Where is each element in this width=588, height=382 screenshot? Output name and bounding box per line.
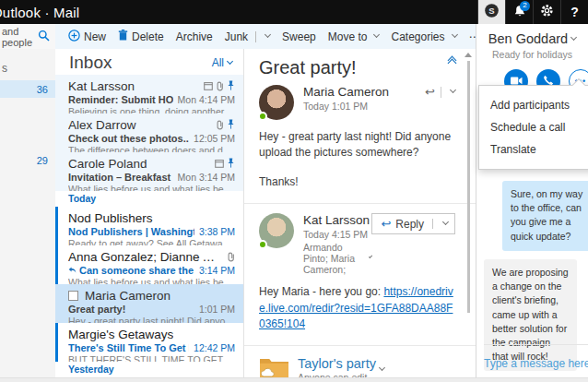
email-row[interactable]: Carole Poland Invitation – Breakfast Ser… bbox=[55, 152, 243, 191]
folder-title: Inbox bbox=[69, 53, 112, 73]
email-time: 3:38 PM bbox=[199, 226, 235, 237]
email-sender: Nod Publishers bbox=[68, 211, 153, 225]
notification-badge: 2 bbox=[520, 1, 530, 11]
message-header: Maria Cameron Today 1:01 PM ↩ bbox=[259, 85, 455, 120]
email-row[interactable]: Maria Cameron Great party!1:01 PM Hey - … bbox=[55, 284, 243, 323]
message-header: Kat Larsson Today 4:15 PM Armando Pinto;… bbox=[259, 213, 455, 275]
date-separator: Yesterday bbox=[55, 362, 243, 377]
expand-recipients-icon[interactable] bbox=[369, 255, 372, 258]
divider bbox=[255, 31, 256, 42]
skype-chat-panel: Ben Goddard Ready for holidays ••• Add p… bbox=[476, 24, 588, 377]
email-list: Kat Larsson Reminder: Submit HOA DuesMon… bbox=[55, 75, 243, 377]
app-top-bar: Outlook · Mail S 2 ? bbox=[0, 0, 588, 24]
new-button[interactable]: New bbox=[68, 30, 106, 44]
search-icon bbox=[38, 30, 50, 43]
outlook-mail-window: Outlook · Mail S 2 ? New Delete Archive … bbox=[0, 0, 588, 382]
reply-options-button[interactable] bbox=[432, 219, 454, 229]
email-subject: Check out these photos... bbox=[68, 133, 189, 144]
message-sender: Kat Larsson bbox=[303, 213, 371, 227]
divider bbox=[441, 87, 441, 98]
paperclip-icon bbox=[216, 120, 224, 130]
reply-arrow-icon bbox=[68, 267, 76, 274]
shared-folder-card[interactable]: Taylor's party Anyone can edit bbox=[259, 355, 455, 377]
reply-icon: ↩ bbox=[381, 217, 391, 231]
email-preview: Ready to get away? See All Getaway D... bbox=[68, 238, 235, 245]
email-sender: Kat Larsson bbox=[68, 79, 135, 93]
chat-contact-name[interactable]: Ben Goddard bbox=[488, 31, 576, 46]
email-row[interactable]: Margie's Getaways There's Still Time To … bbox=[55, 323, 243, 362]
email-row[interactable]: Nod Publishers Nod Publishers | Washingt… bbox=[55, 207, 243, 245]
menu-item-schedule-call[interactable]: Schedule a call bbox=[479, 116, 588, 138]
window-bottom-scrollbar[interactable] bbox=[0, 377, 588, 382]
email-row[interactable]: Kat Larsson Reminder: Submit HOA DuesMon… bbox=[55, 75, 243, 113]
message-recipients: Armando Pinto; Maria Cameron; bbox=[303, 242, 362, 275]
message-time: Today 4:15 PM bbox=[303, 229, 371, 240]
chat-bubble-sent: Sure, on my way to the office, can you g… bbox=[502, 181, 588, 251]
archive-button[interactable]: Archive bbox=[176, 30, 213, 43]
scroll-up-arrow[interactable] bbox=[465, 53, 472, 57]
app-brand: Outlook · Mail bbox=[0, 5, 79, 20]
folder-item-other[interactable]: 29 bbox=[0, 151, 55, 169]
pin-icon bbox=[227, 80, 235, 91]
sweep-button[interactable]: Sweep bbox=[282, 30, 316, 43]
chevron-down-icon bbox=[373, 31, 380, 38]
chevron-down-icon bbox=[442, 219, 449, 225]
onedrive-folder-icon bbox=[259, 355, 289, 377]
reading-pane: Great party! Maria Cameron Today 1:01 PM… bbox=[244, 49, 476, 377]
search-text: and people bbox=[2, 26, 38, 48]
chat-message-input[interactable]: Type a message here bbox=[484, 357, 588, 370]
new-icon bbox=[68, 30, 80, 44]
delete-icon bbox=[118, 30, 128, 43]
delete-button[interactable]: Delete bbox=[118, 30, 164, 43]
top-bar-icons: S 2 ? bbox=[477, 0, 588, 24]
email-time: Mon 4:14 PM bbox=[178, 94, 235, 105]
chat-text: Sure, on my way to the office, can you g… bbox=[511, 187, 585, 244]
pin-icon bbox=[227, 158, 235, 169]
body-paragraph: Hey Maria - here you go: https://onedriv… bbox=[259, 284, 455, 332]
categories-button[interactable]: Categories bbox=[391, 30, 456, 43]
calendar-icon bbox=[204, 81, 213, 90]
folder-rail: and people s 36 29 bbox=[0, 24, 55, 377]
shared-folder-name[interactable]: Taylor's party bbox=[298, 356, 376, 371]
chevron-down-icon[interactable] bbox=[450, 87, 456, 93]
presence-indicator bbox=[258, 240, 267, 249]
collapse-conversation-icon[interactable] bbox=[449, 57, 455, 63]
notifications-button[interactable]: 2 bbox=[505, 0, 533, 24]
message-checkbox[interactable] bbox=[68, 291, 78, 301]
message-list-pane: Inbox All Kat Larsson Reminder: Submit H… bbox=[55, 49, 244, 377]
message-time: Today 1:01 PM bbox=[303, 101, 389, 112]
unread-count: 36 bbox=[37, 84, 48, 95]
email-subject: Can someone share the latest releas... bbox=[68, 265, 194, 276]
email-row[interactable]: Anna Gonzalez; Dianne Alb... Can someone… bbox=[55, 245, 243, 284]
menu-item-add-participants[interactable]: Add participants bbox=[479, 94, 588, 116]
help-button[interactable]: ? bbox=[560, 0, 588, 24]
email-sender: Alex Darrow bbox=[68, 118, 136, 132]
filter-dropdown[interactable]: All bbox=[212, 56, 232, 69]
skype-icon: S bbox=[484, 3, 500, 21]
menu-item-translate[interactable]: Translate bbox=[479, 138, 588, 161]
chat-contact-status: Ready for holidays bbox=[476, 49, 588, 60]
settings-button[interactable] bbox=[533, 0, 560, 24]
conversation-subject: Great party! bbox=[259, 57, 357, 78]
calendar-icon bbox=[215, 159, 224, 168]
scrollbar-thumb[interactable] bbox=[467, 61, 470, 313]
email-row[interactable]: Alex Darrow Check out these photos...12:… bbox=[55, 113, 243, 152]
move-to-button[interactable]: Move to bbox=[328, 30, 380, 43]
folder-item-inbox[interactable]: 36 bbox=[0, 80, 55, 98]
chevron-down-icon[interactable] bbox=[379, 364, 385, 371]
message-divider bbox=[244, 345, 476, 346]
chat-input-bar: Type a message here bbox=[484, 344, 588, 374]
skype-button[interactable]: S bbox=[477, 0, 505, 24]
search-box[interactable]: and people bbox=[0, 24, 55, 49]
email-time: 3:14 PM bbox=[199, 265, 235, 276]
body-paragraph: Thanks! bbox=[259, 174, 455, 190]
reply-button[interactable]: ↩Reply bbox=[371, 213, 455, 234]
chat-options-menu: Add participants Schedule a call Transla… bbox=[478, 85, 588, 170]
date-separator: Today bbox=[55, 191, 243, 207]
avatar bbox=[259, 85, 294, 120]
email-preview: What lies before us and what lies beyo..… bbox=[68, 277, 235, 284]
reading-pane-scrollbar[interactable] bbox=[464, 51, 473, 374]
reply-icon[interactable]: ↩ bbox=[425, 85, 435, 99]
junk-button[interactable]: Junk bbox=[225, 30, 270, 43]
presence-indicator bbox=[258, 112, 267, 121]
